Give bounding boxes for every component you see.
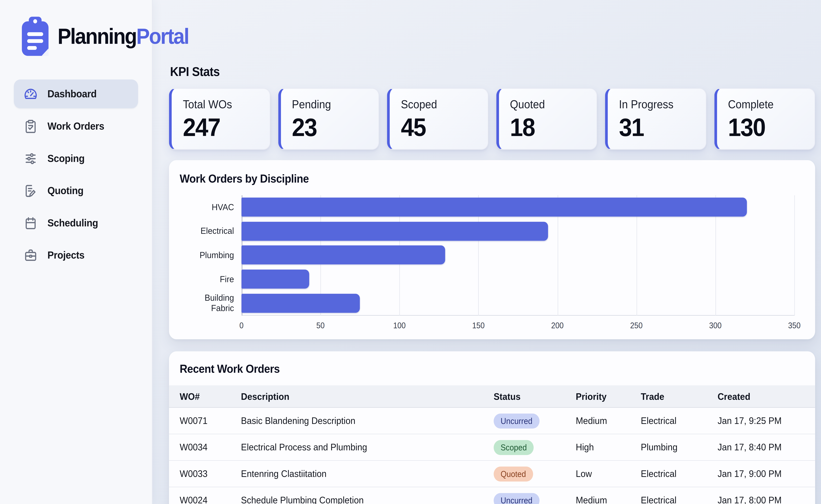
chart-bar-building-fabric: [242, 294, 360, 313]
kpi-card-label: Pending: [292, 98, 379, 111]
cell-priority: Medium: [576, 415, 641, 426]
calendar-icon: [24, 216, 37, 230]
kpi-card-pending: Pending23: [278, 88, 379, 150]
briefcase-icon: [24, 248, 37, 262]
chart-row-hvac: HVAC: [242, 195, 794, 219]
sidebar-item-label: Projects: [47, 249, 84, 261]
status-badge-quoted: Quoted: [494, 466, 533, 481]
recent-work-orders-card: Recent Work Orders WO#DescriptionStatusP…: [169, 351, 815, 504]
cell-trade: Electrical: [641, 415, 718, 426]
cell-status: Uncurred: [494, 413, 576, 428]
cell-trade: Electrical: [641, 468, 718, 479]
app-logo: PlanningPortal: [0, 0, 152, 58]
sidebar-item-scheduling[interactable]: Scheduling: [14, 209, 138, 237]
table-header-row: WO#DescriptionStatusPriorityTradeCreated: [169, 385, 815, 408]
sidebar-item-label: Dashboard: [47, 88, 96, 100]
column-header-description: Description: [241, 391, 494, 402]
column-header-created: Created: [718, 391, 815, 402]
sidebar: PlanningPortal DashboardWork OrdersScopi…: [0, 0, 152, 504]
status-badge-uncurred: Uncurred: [494, 493, 539, 504]
cell-created: Jan 17, 8:00 PM: [718, 495, 815, 504]
sidebar-item-label: Work Orders: [47, 120, 104, 132]
brand-portal: Portal: [136, 24, 188, 48]
cell-created: Jan 17, 9:25 PM: [718, 415, 815, 426]
chart-category-label: Electrical: [179, 226, 234, 236]
cell-description: Electrical Process and Plumbing: [241, 442, 494, 453]
status-badge-uncurred: Uncurred: [494, 413, 539, 428]
kpi-card-value: 23: [292, 113, 379, 142]
chart-row-fire: Fire: [242, 267, 794, 291]
chart-title: Work Orders by Discipline: [179, 172, 807, 186]
sliders-icon: [24, 151, 37, 166]
cell-status: Quoted: [494, 466, 576, 481]
cell-wo-number: W0034: [179, 442, 241, 453]
kpi-card-value: 45: [401, 113, 488, 142]
table-title: Recent Work Orders: [169, 362, 815, 376]
sidebar-item-label: Scoping: [47, 152, 84, 165]
sidebar-nav: DashboardWork OrdersScopingQuotingSchedu…: [0, 79, 152, 270]
kpi-card-value: 247: [183, 113, 270, 142]
table-row-w0034[interactable]: W0034Electrical Process and PlumbingScop…: [169, 434, 815, 461]
planning-portal-app: PlanningPortal DashboardWork OrdersScopi…: [0, 0, 821, 504]
kpi-cards-row: Total WOs247Pending23Scoped45Quoted18In …: [169, 88, 815, 150]
cell-priority: Low: [576, 468, 641, 479]
x-tick-label: 250: [630, 321, 643, 330]
chart-bar-hvac: [242, 198, 747, 217]
cell-status: Uncurred: [494, 493, 576, 504]
cell-wo-number: W0024: [179, 495, 241, 504]
kpi-heading: KPI Stats: [170, 64, 815, 79]
chart-row-building-fabric: Building Fabric: [242, 291, 794, 315]
chart-category-label: Fire: [179, 274, 234, 284]
chart-bar-plumbing: [242, 246, 445, 265]
sidebar-item-dashboard[interactable]: Dashboard: [14, 79, 138, 108]
chart-row-electrical: Electrical: [242, 219, 794, 243]
chart-category-label: Plumbing: [179, 250, 234, 260]
brand-title: PlanningPortal: [58, 24, 189, 49]
chart-category-label: HVAC: [179, 202, 234, 212]
gauge-icon: [24, 87, 37, 101]
kpi-card-value: 31: [619, 113, 706, 142]
chart-bar-fire: [242, 270, 310, 289]
x-tick-label: 350: [788, 321, 801, 330]
x-tick-label: 100: [393, 321, 406, 330]
table-row-w0033[interactable]: W0033Entenring ClastiitationQuotedLowEle…: [169, 461, 815, 487]
x-tick-label: 50: [316, 321, 325, 330]
chart-card: Work Orders by Discipline HVACElectrical…: [169, 160, 815, 339]
x-tick-label: 200: [551, 321, 564, 330]
table-row-w0024[interactable]: W0024Schedule Plumbing CompletionUncurre…: [169, 487, 815, 504]
cell-created: Jan 17, 8:40 PM: [718, 442, 815, 453]
kpi-card-value: 18: [510, 113, 597, 142]
table-row-w0071[interactable]: W0071Basic Blandening DescriptionUncurre…: [169, 408, 815, 434]
kpi-card-label: Complete: [728, 98, 815, 111]
kpi-card-label: Quoted: [510, 98, 597, 111]
main-content: KPI Stats Total WOs247Pending23Scoped45Q…: [152, 0, 821, 504]
kpi-card-label: Scoped: [401, 98, 488, 111]
column-header-wo: WO#: [179, 391, 241, 402]
cell-wo-number: W0071: [179, 415, 241, 426]
chart-gridline: [794, 195, 795, 316]
cell-wo-number: W0033: [179, 468, 241, 479]
cell-trade: Plumbing: [641, 442, 718, 453]
sidebar-item-quoting[interactable]: Quoting: [14, 176, 138, 205]
kpi-card-label: In Progress: [619, 98, 706, 111]
x-tick-label: 150: [472, 321, 485, 330]
kpi-card-in-progress: In Progress31: [605, 88, 706, 150]
sidebar-item-scoping[interactable]: Scoping: [14, 144, 138, 173]
sidebar-item-projects[interactable]: Projects: [14, 241, 138, 270]
chart-bar-electrical: [242, 222, 548, 241]
file-pen-icon: [24, 183, 37, 198]
kpi-card-total-wos: Total WOs247: [169, 88, 270, 150]
column-header-status: Status: [494, 391, 576, 402]
cell-created: Jan 17, 9:00 PM: [718, 468, 815, 479]
column-header-priority: Priority: [576, 391, 641, 402]
sidebar-item-label: Scheduling: [47, 217, 98, 229]
chart-plot-area: HVACElectricalPlumbingFireBuilding Fabri…: [242, 195, 794, 316]
kpi-card-value: 130: [728, 113, 815, 142]
cell-description: Basic Blandening Description: [241, 415, 494, 426]
clipboard-check-icon: [24, 119, 37, 133]
kpi-card-quoted: Quoted18: [496, 88, 597, 150]
bar-chart: HVACElectricalPlumbingFireBuilding Fabri…: [179, 195, 807, 335]
kpi-card-complete: Complete130: [714, 88, 815, 150]
sidebar-item-work-orders[interactable]: Work Orders: [14, 112, 138, 141]
cell-priority: High: [576, 442, 641, 453]
